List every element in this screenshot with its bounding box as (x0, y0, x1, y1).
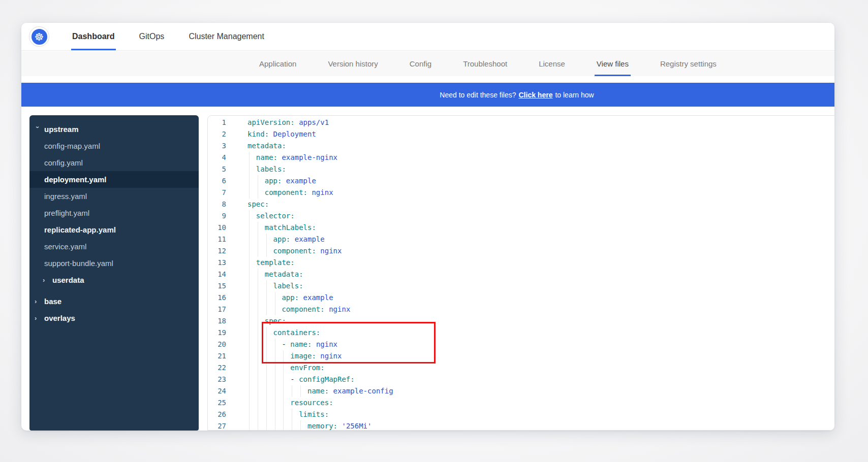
subnav-tab-registry-settings[interactable]: Registry settings (660, 51, 717, 76)
line-content: name: example-nginx (247, 152, 834, 163)
code-line-3[interactable]: 3metadata: (208, 140, 834, 152)
indent-guide (283, 350, 284, 362)
line-content: matchLabels: (247, 222, 834, 234)
code-line-14[interactable]: 14 metadata: (208, 269, 834, 280)
line-content: image: nginx (247, 350, 834, 362)
tree-item-ingress-yaml[interactable]: ingress.yaml (29, 188, 199, 205)
tree-item-replicated-app-yaml[interactable]: replicated-app.yaml (29, 221, 199, 238)
code-line-23[interactable]: 23 - configMapRef: (208, 374, 834, 385)
tree-item-upstream[interactable]: ›upstream (29, 121, 199, 138)
code-line-9[interactable]: 9 selector: (208, 210, 834, 222)
code-line-10[interactable]: 10 matchLabels: (208, 222, 834, 234)
indent-guide (275, 385, 275, 397)
indent-guide (275, 409, 275, 420)
subnav-tab-config[interactable]: Config (410, 51, 431, 76)
kubernetes-wheel-icon: ☸ (32, 29, 47, 45)
indent-guide (275, 397, 275, 409)
subnav-tab-troubleshoot[interactable]: Troubleshoot (463, 51, 507, 76)
tree-item-overlays[interactable]: ›overlays (29, 310, 199, 326)
code-line-25[interactable]: 25 resources: (208, 397, 834, 409)
indent-guide (283, 385, 284, 397)
tree-item-preflight-yaml[interactable]: preflight.yaml (29, 205, 199, 221)
line-number: 15 (208, 280, 247, 292)
line-content: app: example (247, 175, 834, 187)
edit-files-banner: Need to edit these files? Click here to … (21, 83, 834, 107)
indent-guide (275, 420, 275, 431)
tree-item-support-bundle-yaml[interactable]: support-bundle.yaml (29, 255, 199, 272)
code-line-24[interactable]: 24 name: example-config (208, 385, 834, 397)
indent-guide (283, 362, 284, 374)
line-content: spec: (247, 315, 834, 327)
line-content: metadata: (247, 140, 834, 152)
code-line-18[interactable]: 18 spec: (208, 315, 834, 327)
line-content: memory: '256Mi' (247, 420, 834, 431)
header-tab-gitops[interactable]: GitOps (139, 23, 165, 50)
subnav-tab-view-files[interactable]: View files (597, 51, 629, 76)
line-content: containers: (247, 327, 834, 339)
indent-guide (258, 327, 258, 339)
indent-guide (258, 222, 258, 234)
code-line-13[interactable]: 13 template: (208, 257, 834, 269)
tree-item-base[interactable]: ›base (29, 293, 199, 310)
indent-guide (258, 350, 258, 362)
subnav-tab-license[interactable]: License (539, 51, 565, 76)
code-line-26[interactable]: 26 limits: (208, 409, 834, 420)
indent-guide (258, 315, 258, 327)
tree-item-service-yaml[interactable]: service.yaml (29, 238, 199, 255)
indent-guide (249, 257, 250, 269)
top-navbar: ☸ DashboardGitOpsCluster Management (21, 23, 834, 51)
code-line-16[interactable]: 16 app: example (208, 292, 834, 304)
code-line-6[interactable]: 6 app: example (208, 175, 834, 187)
code-line-17[interactable]: 17 component: nginx (208, 304, 834, 315)
line-number: 8 (208, 199, 247, 210)
subnav-tab-application[interactable]: Application (259, 51, 296, 76)
line-number: 13 (208, 257, 247, 269)
line-content: template: (247, 257, 834, 269)
code-line-11[interactable]: 11 app: example (208, 234, 834, 245)
header-tab-dashboard[interactable]: Dashboard (72, 23, 115, 50)
tree-item-config-map-yaml[interactable]: config-map.yaml (29, 138, 199, 154)
code-line-19[interactable]: 19 containers: (208, 327, 834, 339)
code-line-7[interactable]: 7 component: nginx (208, 187, 834, 199)
line-number: 2 (208, 128, 247, 140)
banner-click-here-link[interactable]: Click here (519, 91, 553, 99)
banner-text-before: Need to edit these files? (440, 91, 516, 99)
indent-guide (249, 152, 250, 163)
indent-guide (283, 374, 284, 385)
line-number: 26 (208, 409, 247, 420)
app-logo: ☸ (29, 26, 49, 47)
line-number: 9 (208, 210, 247, 222)
app-subnav-tabs: ApplicationVersion historyConfigTroubles… (21, 51, 834, 76)
subnav-tab-version-history[interactable]: Version history (328, 51, 378, 76)
indent-guide (249, 163, 250, 175)
code-line-5[interactable]: 5 labels: (208, 163, 834, 175)
line-content: resources: (247, 397, 834, 409)
indent-guide (266, 420, 267, 431)
yaml-editor[interactable]: 1apiVersion: apps/v12kind: Deployment3me… (207, 115, 834, 431)
indent-guide (266, 397, 267, 409)
tree-item-label: preflight.yaml (44, 209, 89, 217)
code-line-2[interactable]: 2kind: Deployment (208, 128, 834, 140)
code-line-4[interactable]: 4 name: example-nginx (208, 152, 834, 163)
header-tab-cluster-management[interactable]: Cluster Management (189, 23, 264, 50)
tree-item-deployment-yaml[interactable]: deployment.yaml (29, 171, 199, 188)
indent-guide (266, 292, 267, 304)
code-line-20[interactable]: 20 - name: nginx (208, 339, 834, 350)
code-line-12[interactable]: 12 component: nginx (208, 245, 834, 257)
line-number: 24 (208, 385, 247, 397)
line-number: 21 (208, 350, 247, 362)
code-line-22[interactable]: 22 envFrom: (208, 362, 834, 374)
indent-guide (258, 409, 258, 420)
line-number: 4 (208, 152, 247, 163)
code-line-1[interactable]: 1apiVersion: apps/v1 (208, 117, 834, 128)
tree-item-config-yaml[interactable]: config.yaml (29, 154, 199, 171)
line-number: 6 (208, 175, 247, 187)
code-line-8[interactable]: 8spec: (208, 199, 834, 210)
indent-guide (258, 420, 258, 431)
code-line-15[interactable]: 15 labels: (208, 280, 834, 292)
code-line-27[interactable]: 27 memory: '256Mi' (208, 420, 834, 431)
line-content: limits: (247, 409, 834, 420)
tree-item-label: config.yaml (44, 158, 83, 167)
tree-item-userdata[interactable]: ›userdata (29, 272, 199, 288)
code-line-21[interactable]: 21 image: nginx (208, 350, 834, 362)
